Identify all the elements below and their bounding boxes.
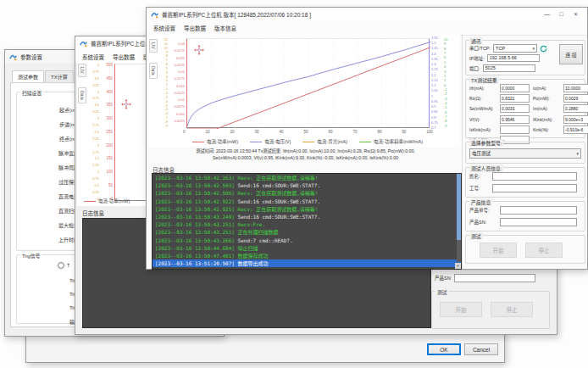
axis-tick: 0.02 xyxy=(169,70,185,74)
axis-tick: 1.3 xyxy=(431,63,443,66)
axis-tick: -8 xyxy=(444,120,453,123)
log-scrollbar-thumb[interactable] xyxy=(457,174,461,240)
tx-result-label: Vf(V): xyxy=(469,117,500,122)
tab-tx-calc[interactable]: TX计算 xyxy=(45,70,74,82)
tx-result-value[interactable]: 0.9546 xyxy=(500,115,530,124)
log-line[interactable]: [2023--03-16 13:50:43.251] Recv:Fre. xyxy=(153,220,461,228)
axis-tick: 4.25 xyxy=(87,84,99,87)
log-line[interactable]: [2023--03-16 13:50:43.266] Send:7 cmd::R… xyxy=(153,237,461,244)
ip-input[interactable]: 192.168.5.66 xyxy=(487,54,540,62)
log-line[interactable]: [2023--03-16 13:50:43.249] Send:16 cmd:S… xyxy=(153,213,461,220)
crosshair-icon[interactable] xyxy=(194,45,204,55)
product-order-input[interactable] xyxy=(500,206,577,215)
log-scrollbar[interactable] xyxy=(457,174,461,262)
log-line[interactable]: [2023--03-16 13:50:42.593] Send:16 cmd:S… xyxy=(153,181,461,189)
tx-result-label: IsKink(mA): xyxy=(469,127,500,132)
front-log-terminal[interactable]: [2023--03-16 13:50:42.263] Recv: 正在获取测试数… xyxy=(152,173,462,270)
cancel-button[interactable]: Cancel xyxy=(464,343,498,355)
chevron-down-icon: ▾ xyxy=(533,46,535,51)
tx-result-value[interactable]: 0.8321 xyxy=(500,94,530,103)
middle-stop-button[interactable]: 停止 xyxy=(491,302,533,317)
axis-tick: 0.0175 xyxy=(169,77,185,81)
tab-test-params[interactable]: 测试参数 xyxy=(12,70,44,82)
axis-tick: 0.01 xyxy=(169,98,185,102)
scan-field-row: 最大检测( xyxy=(17,218,80,232)
trig-radio[interactable] xyxy=(58,262,64,269)
axis-tick: 0.0125 xyxy=(169,92,185,95)
axis-tick: 350 xyxy=(101,103,113,108)
port-input[interactable]: 5025 xyxy=(483,64,535,72)
front-tab-data[interactable]: Data xyxy=(149,63,158,79)
front-window-title: 普赛斯IPL系列PC上位机 版本[ 128485,2022/07/06 10:2… xyxy=(162,10,311,19)
axis-tick: 70 xyxy=(352,130,357,134)
middle-tab-liv[interactable]: LIV xyxy=(78,64,86,77)
stop-button[interactable]: 停止 xyxy=(525,243,563,258)
tx-result-value[interactable] xyxy=(500,125,530,134)
person-group-label: 测试人员信息: xyxy=(469,164,503,172)
log-line[interactable]: [2023--03-16 13:50:42.263] Recv: 正在获取测试数… xyxy=(153,174,461,181)
log-line[interactable]: [2023--03-16 13:51:20.507] 数据导出成功 xyxy=(153,259,461,267)
axis-tick: 100 xyxy=(101,170,113,175)
menu-version-info[interactable]: 版本信息 xyxy=(214,24,236,32)
product-sn-input[interactable] xyxy=(500,218,577,226)
tx-result-value[interactable]: 9.000e+3 xyxy=(563,115,588,124)
log-line[interactable]: [2023--03-16 13:50:42.922] Send:16 cmd:S… xyxy=(153,198,461,205)
menu-system-settings[interactable]: 系统设置 xyxy=(153,24,175,32)
ok-button[interactable]: OK xyxy=(427,343,461,355)
tx-result-row: Se(mW/mA):0.0033Im(mA):0.2880 xyxy=(469,104,585,113)
legend-label: 电流-功率(mW) xyxy=(207,138,238,145)
tx-result-value[interactable]: 0.0033 xyxy=(500,104,530,113)
axis-tick: -2 xyxy=(444,92,453,96)
start-button[interactable]: 开始 xyxy=(480,243,517,258)
front-axis-slope: 109876543210-1-2-3-4-5-6-7-8-9 xyxy=(444,38,453,128)
front-app-window: 普赛斯IPL系列PC上位机 版本[ 128485,2022/07/06 10:2… xyxy=(146,7,588,270)
port-label: 端口: xyxy=(469,65,480,72)
tx-results-group: TX测试结果 Ith(mA):0.0000Io(mA):10.0000Rs(Ω)… xyxy=(465,79,585,138)
axis-tick: 4 xyxy=(87,91,99,94)
legend-item: 电流-功率(mW) xyxy=(192,138,238,145)
tx-result-value[interactable]: 0.0000 xyxy=(500,84,530,92)
tx-result-value[interactable]: 0.2880 xyxy=(563,104,588,113)
axis-tick: 4.5 xyxy=(87,77,99,81)
axis-tick: 0.85 xyxy=(431,110,443,114)
axis-tick: 3.25 xyxy=(87,110,99,114)
axis-tick: 450 xyxy=(101,77,113,81)
front-plot[interactable] xyxy=(186,38,430,128)
log-line[interactable]: [2023--03-16 13:50:42.596] Recv: 正在获取测试数… xyxy=(153,189,461,197)
middle-test-group: 测试 开始 停止 xyxy=(431,291,550,329)
scan-field-row: 终点(mA) xyxy=(17,131,80,146)
crosshair-icon[interactable] xyxy=(121,99,131,109)
model-combo[interactable]: 电压测试 ▾ xyxy=(469,148,581,159)
front-tab-liv[interactable]: LIV xyxy=(149,39,158,53)
log-timestamp: [2023--03-16 13:51:20.507] xyxy=(155,260,238,266)
tx-result-value[interactable]: 10.0000 xyxy=(563,84,588,92)
port-type-combo[interactable]: TCP ▾ xyxy=(493,44,537,53)
log-line[interactable]: [2023--03-16 13:50:43.251] 正在处理扫描数据 xyxy=(153,228,461,236)
employee-id-input[interactable] xyxy=(492,184,577,192)
stats-line-2: Se(mW/mA):0.0003, Vf(v):0.95, IKink(mA):… xyxy=(151,155,460,162)
trig-radio-row: T xyxy=(58,262,69,269)
log-scroll-down-arrow[interactable]: ▾ xyxy=(455,263,461,269)
close-button[interactable]: × xyxy=(569,9,583,20)
refresh-icon[interactable] xyxy=(540,45,547,53)
axis-tick: 0.95 xyxy=(431,100,443,103)
middle-start-button[interactable]: 开始 xyxy=(440,302,482,317)
name-input[interactable] xyxy=(492,172,577,181)
legend-item: 电流-功率斜率(mW/mA) xyxy=(359,138,423,145)
tx-result-value[interactable]: -0.910e-6 xyxy=(563,125,588,134)
maximize-button[interactable]: □ xyxy=(554,9,569,20)
axis-tick: 50 xyxy=(101,184,113,188)
connect-button[interactable]: 连 接 xyxy=(559,44,583,64)
comm-port-row: 串口/TCP: TCP ▾ xyxy=(469,44,547,53)
menu-export-data[interactable]: 导出数据 xyxy=(184,24,206,32)
front-axis-voltage: 1.551.51.451.41.351.31.251.21.151.11.051… xyxy=(431,36,443,130)
log-line[interactable]: [2023--03-16 13:50:44.684] 停止扫描 xyxy=(153,244,461,252)
front-chart-zone: LIV Data 1211109876543210-1-2-3-4-5-6-7-… xyxy=(147,35,460,147)
log-line[interactable]: [2023--03-16 13:50:42.925] Recv: 正在获取测试数… xyxy=(153,205,461,213)
log-line[interactable]: [2023--03-16 13:50:47.401] 数据保存成功 xyxy=(153,252,461,259)
minimize-button[interactable]: — xyxy=(540,9,554,20)
tx-result-value[interactable]: 0.0029 xyxy=(563,94,588,103)
product-sn-input[interactable] xyxy=(454,274,535,282)
axis-tick: 2.5 xyxy=(87,131,99,134)
middle-tab-data[interactable]: Data xyxy=(78,87,86,103)
